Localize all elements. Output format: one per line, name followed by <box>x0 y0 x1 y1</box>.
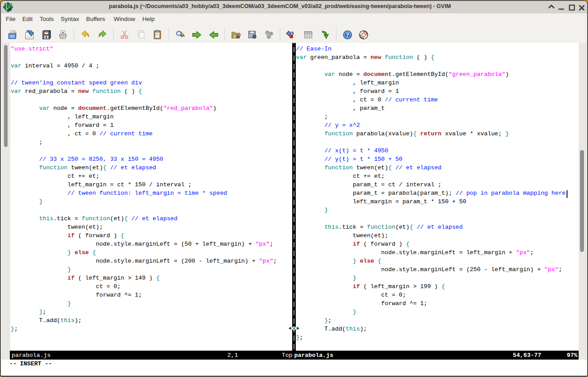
svg-text:?: ? <box>346 31 349 38</box>
